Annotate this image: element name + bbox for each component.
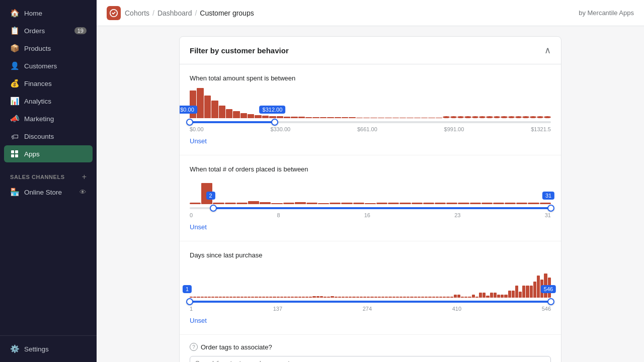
analytics-icon: 📊: [10, 97, 19, 106]
breadcrumb-current: Customer groups: [200, 9, 254, 17]
amount-histogram: $0.00 $312.00 $0.00 $330.00 $661.00 $991…: [190, 88, 551, 132]
orders-filter-section: When total # of orders placed is between…: [180, 155, 561, 241]
topbar: Cohorts / Dashboard / Customer groups by…: [97, 0, 644, 26]
sidebar-item-home[interactable]: 🏠 Home: [4, 5, 93, 22]
days-max-label: 546: [541, 285, 556, 293]
products-icon: 📦: [10, 44, 19, 53]
help-icon[interactable]: ?: [190, 343, 198, 351]
online-store-label: Online Store: [24, 189, 62, 196]
orders-range-thumb-max[interactable]: 31: [547, 205, 554, 212]
svg-rect-0: [11, 150, 14, 153]
content-area: Filter by customer behavior ∧ When total…: [97, 26, 644, 362]
orders-bars: [190, 179, 551, 204]
sidebar: 🏠 Home 📋 Orders 19 📦 Products 👤 Customer…: [0, 0, 97, 362]
days-range-track: 1 546: [190, 301, 551, 303]
days-bars: [190, 265, 551, 298]
finances-icon: 💰: [10, 79, 19, 88]
days-range-thumb-min[interactable]: 1: [186, 298, 193, 305]
sidebar-item-analytics[interactable]: 📊 Analytics: [4, 93, 93, 110]
sidebar-item-online-store[interactable]: 🏪 Online Store 👁: [4, 184, 93, 201]
amount-range-track: $0.00 $312.00: [190, 121, 551, 123]
orders-axis-2: 16: [364, 212, 370, 218]
orders-axis-0: 0: [190, 212, 193, 218]
sidebar-item-settings[interactable]: ⚙️ Settings: [4, 340, 93, 357]
amount-filter-label: When total amount spent is between: [190, 74, 551, 82]
orders-range-thumb-min[interactable]: 2: [210, 205, 217, 212]
days-axis-3: 410: [452, 306, 461, 312]
filter-card-title: Filter by customer behavior: [190, 46, 289, 55]
days-filter-label: Days since last purchase: [190, 251, 551, 259]
amount-axis-0: $0.00: [190, 126, 204, 132]
amount-axis-2: $661.00: [357, 126, 377, 132]
collapse-button[interactable]: ∧: [544, 45, 551, 56]
sidebar-item-label: Finances: [24, 80, 52, 87]
amount-axis-4: $1321.5: [531, 126, 551, 132]
amount-unset-link[interactable]: Unset: [190, 137, 207, 145]
orders-histogram: 2 31 0 8 16 23 31: [190, 179, 551, 218]
days-axis-0: 1: [190, 306, 193, 312]
customers-icon: 👤: [10, 61, 19, 70]
days-range-thumb-max[interactable]: 546: [547, 298, 554, 305]
eye-icon[interactable]: 👁: [79, 189, 87, 196]
breadcrumb: Cohorts / Dashboard / Customer groups: [125, 9, 254, 17]
orders-icon: 📋: [10, 26, 19, 35]
chevron-down-icon: ▾: [542, 360, 545, 363]
topbar-right: by Mercantile Apps: [579, 9, 634, 17]
orders-unset-link[interactable]: Unset: [190, 223, 207, 231]
orders-axis-3: 23: [454, 212, 460, 218]
orders-axis: 0 8 16 23 31: [190, 212, 551, 218]
sidebar-item-label: Analytics: [24, 98, 51, 105]
sidebar-item-finances[interactable]: 💰 Finances: [4, 75, 93, 92]
sidebar-item-discounts[interactable]: 🏷 Discounts: [4, 128, 93, 145]
days-unset-link[interactable]: Unset: [190, 317, 207, 324]
sidebar-item-label: Home: [24, 10, 42, 17]
sidebar-item-label: Orders: [24, 27, 45, 35]
tag-input[interactable]: [195, 359, 542, 362]
orders-range-fill: [213, 207, 551, 209]
breadcrumb-sep2: /: [195, 9, 197, 17]
days-axis-4: 546: [542, 306, 551, 312]
sidebar-item-orders[interactable]: 📋 Orders 19: [4, 22, 93, 39]
sidebar-item-marketing[interactable]: 📣 Marketing: [4, 110, 93, 127]
tag-input-container[interactable]: ▾: [190, 356, 551, 362]
amount-range-thumb-max[interactable]: $312.00: [271, 119, 278, 126]
days-axis-2: 274: [363, 306, 372, 312]
days-histogram: 1 546 1 137 274 410 546: [190, 265, 551, 312]
amount-range-thumb-min[interactable]: $0.00: [186, 119, 193, 126]
marketing-icon: 📣: [10, 114, 19, 123]
amount-range-fill: [190, 121, 275, 123]
orders-filter-label: When total # of orders placed is between: [190, 165, 551, 173]
settings-icon: ⚙️: [10, 344, 19, 353]
apps-icon: [10, 149, 19, 158]
settings-label: Settings: [24, 345, 49, 353]
orders-max-label: 31: [542, 192, 554, 200]
filter-card-header: Filter by customer behavior ∧: [180, 37, 561, 64]
amount-axis: $0.00 $330.00 $661.00 $991.00 $1321.5: [190, 126, 551, 132]
add-channel-button[interactable]: +: [82, 173, 87, 181]
filter-card: Filter by customer behavior ∧ When total…: [179, 36, 561, 362]
breadcrumb-dashboard[interactable]: Dashboard: [157, 9, 192, 17]
main-content: Cohorts / Dashboard / Customer groups by…: [97, 0, 644, 362]
sidebar-item-products[interactable]: 📦 Products: [4, 40, 93, 57]
order-tags-label: Order tags to associate?: [201, 343, 272, 351]
order-tags-label-row: ? Order tags to associate?: [190, 343, 551, 351]
orders-range-track: 2 31: [190, 207, 551, 209]
orders-min-label: 2: [206, 192, 215, 200]
orders-axis-1: 8: [277, 212, 280, 218]
days-axis-1: 137: [273, 306, 282, 312]
discounts-icon: 🏷: [10, 132, 19, 141]
amount-axis-3: $991.00: [444, 126, 464, 132]
sidebar-item-customers[interactable]: 👤 Customers: [4, 57, 93, 74]
amount-filter-section: When total amount spent is between $0.00: [180, 64, 561, 155]
days-filter-section: Days since last purchase 1 546: [180, 241, 561, 335]
store-icon: 🏪: [10, 188, 19, 197]
sidebar-bottom: ⚙️ Settings: [0, 335, 97, 362]
amount-min-label: $0.00: [179, 106, 197, 114]
orders-badge: 19: [74, 27, 87, 34]
sidebar-item-apps[interactable]: Apps: [4, 145, 93, 162]
by-label: by Mercantile Apps: [579, 9, 634, 17]
svg-rect-2: [11, 154, 14, 157]
content-inner: Filter by customer behavior ∧ When total…: [169, 26, 572, 362]
sidebar-item-label: Customers: [24, 62, 57, 70]
breadcrumb-cohorts[interactable]: Cohorts: [125, 9, 149, 17]
